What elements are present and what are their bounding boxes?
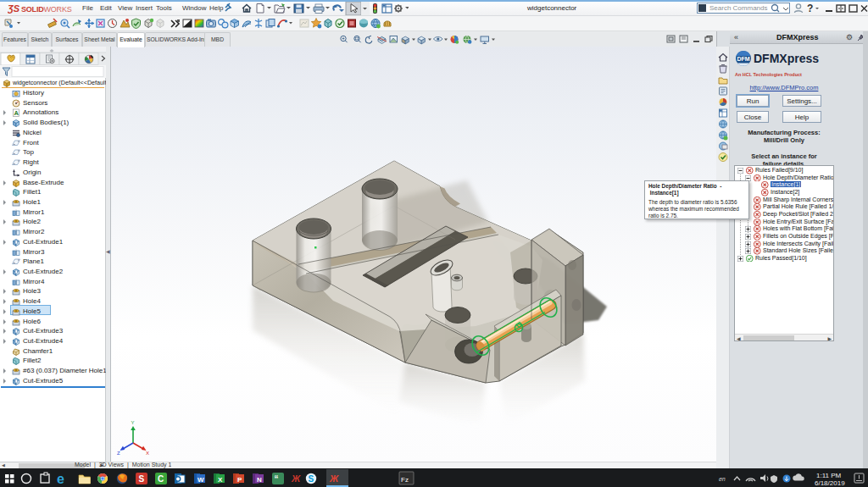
- svg-text:X: X: [146, 451, 149, 456]
- svg-text:SOLIDWORKS: SOLIDWORKS: [21, 5, 72, 14]
- svg-text:S: S: [309, 474, 314, 484]
- svg-text:“: “: [275, 474, 279, 484]
- svg-text:N: N: [257, 476, 262, 484]
- svg-text:𝑒𝑛: 𝑒𝑛: [719, 476, 726, 482]
- svg-text:Fz: Fz: [401, 476, 409, 484]
- svg-text:1:11 PM: 1:11 PM: [816, 472, 842, 479]
- svg-text:ƷS: ƷS: [8, 3, 20, 14]
- svg-text:Z: Z: [117, 451, 120, 456]
- svg-text:W: W: [198, 476, 204, 484]
- svg-text:6/18/2019: 6/18/2019: [815, 479, 845, 487]
- svg-text:?: ?: [807, 3, 813, 14]
- svg-text:Y: Y: [131, 420, 135, 425]
- svg-text:DFMXpress: DFMXpress: [754, 52, 819, 65]
- svg-text:P: P: [237, 476, 242, 484]
- svg-text:Ж: Ж: [291, 473, 301, 484]
- svg-text:e: e: [57, 472, 64, 486]
- svg-text:Ж: Ж: [329, 473, 339, 484]
- svg-text:DFM: DFM: [737, 56, 750, 62]
- svg-text:C: C: [158, 474, 164, 484]
- svg-text:X: X: [218, 476, 223, 484]
- svg-text:S: S: [139, 474, 145, 484]
- svg-text:A: A: [14, 109, 19, 117]
